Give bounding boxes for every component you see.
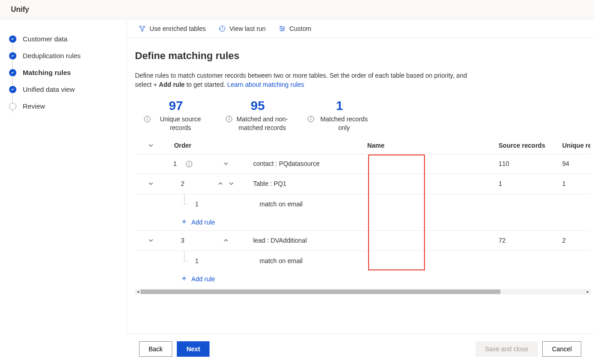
back-button[interactable]: Back <box>139 341 172 357</box>
rules-table: Order Name Source records Unique records… <box>135 137 590 287</box>
stats-row: 97 iUnique source records 95 iMatched an… <box>135 99 590 133</box>
sliders-icon <box>279 25 286 32</box>
chevron-down-icon[interactable] <box>222 160 230 167</box>
svg-point-6 <box>281 30 282 31</box>
page-header: Unify <box>0 0 594 20</box>
svg-point-1 <box>143 26 145 28</box>
step-label: Deduplication rules <box>23 52 81 60</box>
tables-icon <box>139 25 146 32</box>
stat-matched-nonmatched: 95 iMatched and non-matched records <box>226 99 290 133</box>
svg-point-5 <box>283 28 284 30</box>
stat-matched-only: 1 iMatched records only <box>308 99 371 133</box>
circle-icon <box>9 103 16 110</box>
scroll-left-icon[interactable]: ◂ <box>135 289 140 294</box>
step-matching-rules[interactable]: Matching rules <box>9 64 126 81</box>
plus-icon: + <box>180 275 188 283</box>
svg-point-4 <box>280 26 281 28</box>
info-icon[interactable]: i <box>226 116 232 122</box>
svg-point-2 <box>141 30 143 31</box>
chevron-down-icon[interactable] <box>228 180 235 187</box>
table-row[interactable]: 2 Table : PQ1 1 1 100.0% mat <box>135 174 590 194</box>
use-enriched-button[interactable]: Use enriched tables <box>139 25 206 32</box>
horizontal-scrollbar[interactable]: ◂ ▸ <box>135 289 590 294</box>
plus-icon: + <box>180 219 188 226</box>
view-last-run-button[interactable]: View last run <box>219 25 266 32</box>
check-icon <box>9 35 16 43</box>
chevron-down-icon[interactable] <box>147 142 155 149</box>
info-icon[interactable]: i <box>308 116 314 122</box>
check-icon <box>9 52 16 60</box>
col-source[interactable]: Source records <box>499 142 562 149</box>
step-unified-data[interactable]: Unified data view <box>9 81 126 98</box>
step-review[interactable]: Review <box>9 98 126 115</box>
check-icon <box>9 69 16 76</box>
step-label: Customer data <box>23 35 67 43</box>
footer-bar: Back Next Save and close Cancel <box>126 334 594 364</box>
cancel-button[interactable]: Cancel <box>542 341 581 357</box>
learn-link[interactable]: Learn about matching rules <box>227 81 304 88</box>
wizard-sidebar: Customer data Deduplication rules Matchi… <box>0 20 126 343</box>
chevron-down-icon[interactable] <box>147 180 155 187</box>
stat-unique-source: 97 iUnique source records <box>144 99 208 133</box>
step-label: Unified data view <box>23 85 75 93</box>
chevron-up-icon[interactable] <box>222 237 230 244</box>
scroll-thumb[interactable] <box>140 289 500 294</box>
custom-button[interactable]: Custom <box>279 25 311 32</box>
col-unique[interactable]: Unique records <box>562 142 590 149</box>
step-label: Matching rules <box>23 69 71 76</box>
history-icon <box>219 25 226 32</box>
step-customer-data[interactable]: Customer data <box>9 30 126 47</box>
table-header: Order Name Source records Unique records… <box>135 137 590 154</box>
next-button[interactable]: Next <box>177 341 210 357</box>
col-name[interactable]: Name <box>253 142 499 149</box>
svg-point-0 <box>140 26 141 28</box>
save-close-button: Save and close <box>475 341 538 357</box>
check-icon <box>9 86 16 93</box>
chevron-down-icon[interactable] <box>147 237 155 244</box>
add-rule-button[interactable]: + Add rule <box>135 214 590 231</box>
table-row[interactable]: 3 lead : DVAdditional 72 2 0% matche <box>135 231 590 251</box>
step-dedup-rules[interactable]: Deduplication rules <box>9 47 126 64</box>
add-rule-button[interactable]: + Add rule <box>135 271 590 287</box>
toolbar: Use enriched tables View last run Custom <box>127 20 594 38</box>
page-title: Unify <box>11 5 29 13</box>
rule-row[interactable]: 1 match on email 0% <box>135 251 590 271</box>
panel-title: Define matching rules <box>135 50 590 62</box>
info-icon[interactable]: i <box>186 161 192 167</box>
col-order[interactable]: Order <box>167 142 199 149</box>
scroll-right-icon[interactable]: ▸ <box>585 289 590 294</box>
rule-row[interactable]: 1 match on email 100.0% <box>135 194 590 214</box>
panel-description: Define rules to match customer records b… <box>135 71 471 90</box>
chevron-up-icon[interactable] <box>217 180 224 187</box>
table-row[interactable]: 1 i contact : PQdatasource 110 94 <box>135 154 590 174</box>
step-label: Review <box>23 102 45 110</box>
info-icon[interactable]: i <box>144 116 150 122</box>
